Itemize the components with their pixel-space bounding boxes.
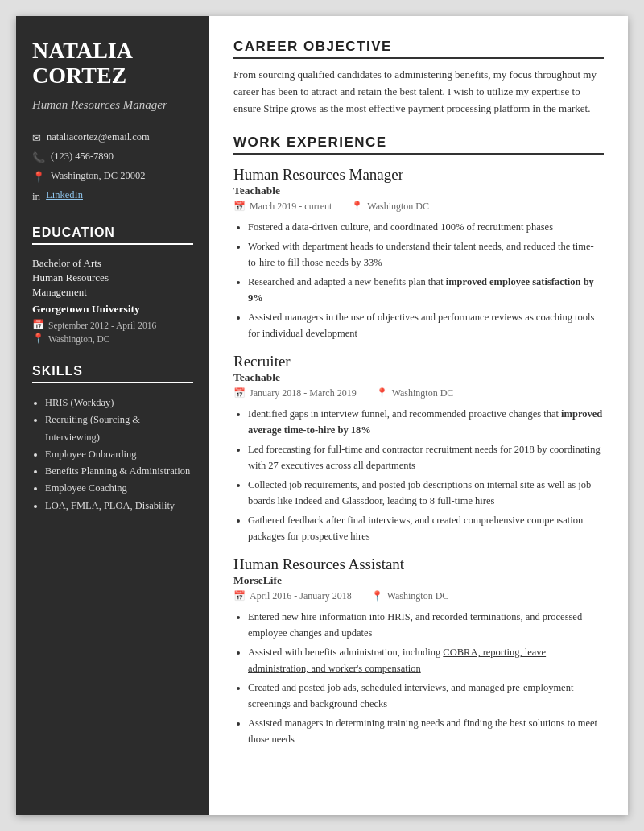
job-entry-2: Recruiter Teachable 📅 January 2018 - Mar…	[233, 353, 604, 544]
job-location-2: 📍 Washington DC	[376, 387, 454, 399]
job-entry-1: Human Resources Manager Teachable 📅 Marc…	[233, 166, 604, 341]
sidebar: NATALIA CORTEZ Human Resources Manager ✉…	[16, 16, 209, 815]
bullet-item: Identified gaps in interview funnel, and…	[248, 406, 604, 438]
bullet-item: Assisted managers in determining trainin…	[248, 715, 604, 747]
resume-wrapper: NATALIA CORTEZ Human Resources Manager ✉…	[16, 16, 628, 815]
job-dates-3: 📅 April 2016 - January 2018	[233, 590, 352, 602]
education-dates: 📅 September 2012 - April 2016	[32, 319, 193, 331]
job-bullets-2: Identified gaps in interview funnel, and…	[233, 406, 604, 544]
skill-item: Benefits Planning & Administration	[45, 463, 193, 480]
contact-phone: 📞 (123) 456-7890	[32, 151, 193, 164]
skill-item: Recruiting (Sourcing & Interviewing)	[45, 411, 193, 446]
bullet-item: Gathered feedback after final interviews…	[248, 512, 604, 544]
phone-icon: 📞	[32, 151, 45, 164]
job-company-2: Teachable	[233, 371, 604, 384]
location-edu-icon: 📍	[32, 333, 44, 345]
location-icon: 📍	[32, 171, 45, 184]
job-meta-2: 📅 January 2018 - March 2019 📍 Washington…	[233, 387, 604, 399]
linkedin-icon: in	[32, 190, 40, 203]
bullet-item: Created and posted job ads, scheduled in…	[248, 680, 604, 712]
bullet-item: Researched and adapted a new benefits pl…	[248, 274, 604, 306]
job-bullets-1: Fostered a data-driven culture, and coor…	[233, 219, 604, 341]
skill-item: HRIS (Workday)	[45, 395, 193, 411]
underline-text: COBRA, reporting, leave administration, …	[248, 647, 546, 674]
calendar-icon-3: 📅	[233, 590, 246, 602]
bullet-item: Worked with department heads to understa…	[248, 238, 604, 271]
skill-item: LOA, FMLA, PLOA, Disability	[45, 498, 193, 515]
career-objective-heading: CAREER OBJECTIVE	[233, 39, 604, 59]
bullet-item: Assisted with benefits administration, i…	[248, 644, 604, 676]
job-company-1: Teachable	[233, 184, 604, 197]
job-meta-3: 📅 April 2016 - January 2018 📍 Washington…	[233, 590, 604, 602]
career-objective-text: From sourcing qualified candidates to ad…	[233, 67, 604, 117]
education-school: Georgetown University	[32, 303, 193, 316]
location-icon-2: 📍	[376, 387, 388, 399]
work-experience-section: WORK EXPERIENCE Human Resources Manager …	[233, 134, 604, 747]
bullet-item: Assisted managers in the use of objectiv…	[248, 309, 604, 341]
skills-section-title: SKILLS	[32, 364, 193, 383]
job-dates-1: 📅 March 2019 - current	[233, 201, 332, 213]
location-icon-1: 📍	[351, 201, 363, 213]
education-section-title: EDUCATION	[32, 225, 193, 245]
job-title-2: Recruiter	[233, 353, 604, 370]
skill-item: Employee Onboarding	[45, 446, 193, 463]
location-icon-3: 📍	[371, 590, 383, 602]
job-company-3: MorseLife	[233, 574, 604, 587]
job-location-1: 📍 Washington DC	[351, 201, 429, 213]
contact-linkedin: in LinkedIn	[32, 189, 193, 203]
work-experience-heading: WORK EXPERIENCE	[233, 134, 604, 155]
candidate-name: NATALIA CORTEZ	[32, 39, 193, 89]
calendar-icon-1: 📅	[233, 201, 246, 213]
job-bullets-3: Entered new hire information into HRIS, …	[233, 609, 604, 747]
bullet-item: Entered new hire information into HRIS, …	[248, 609, 604, 641]
email-icon: ✉	[32, 132, 41, 145]
job-title-3: Human Resources Assistant	[233, 556, 604, 573]
skills-list: HRIS (Workday) Recruiting (Sourcing & In…	[32, 395, 193, 515]
contact-email: ✉ nataliacortez@email.com	[32, 131, 193, 145]
calendar-icon-2: 📅	[233, 387, 246, 399]
skill-item: Employee Coaching	[45, 480, 193, 497]
contact-section: ✉ nataliacortez@email.com 📞 (123) 456-78…	[32, 131, 193, 203]
candidate-title: Human Resources Manager	[32, 97, 193, 114]
calendar-icon: 📅	[32, 319, 44, 331]
bullet-item: Collected job requirements, and posted j…	[248, 477, 604, 509]
bold-text: improved average time-to-hire by 18%	[248, 408, 602, 436]
job-dates-2: 📅 January 2018 - March 2019	[233, 387, 357, 399]
main-content: CAREER OBJECTIVE From sourcing qualified…	[209, 16, 628, 815]
job-title-1: Human Resources Manager	[233, 166, 604, 184]
education-location: 📍 Washington, DC	[32, 333, 193, 345]
job-location-3: 📍 Washington DC	[371, 590, 449, 602]
bold-text: improved employee satisfaction by 9%	[248, 276, 594, 304]
job-entry-3: Human Resources Assistant MorseLife 📅 Ap…	[233, 556, 604, 747]
career-objective-section: CAREER OBJECTIVE From sourcing qualified…	[233, 39, 604, 117]
education-degree: Bachelor of ArtsHuman ResourcesManagemen…	[32, 256, 193, 300]
bullet-item: Fostered a data-driven culture, and coor…	[248, 219, 604, 235]
bullet-item: Led forecasting for full-time and contra…	[248, 441, 604, 473]
contact-location: 📍 Washington, DC 20002	[32, 170, 193, 184]
job-meta-1: 📅 March 2019 - current 📍 Washington DC	[233, 201, 604, 213]
